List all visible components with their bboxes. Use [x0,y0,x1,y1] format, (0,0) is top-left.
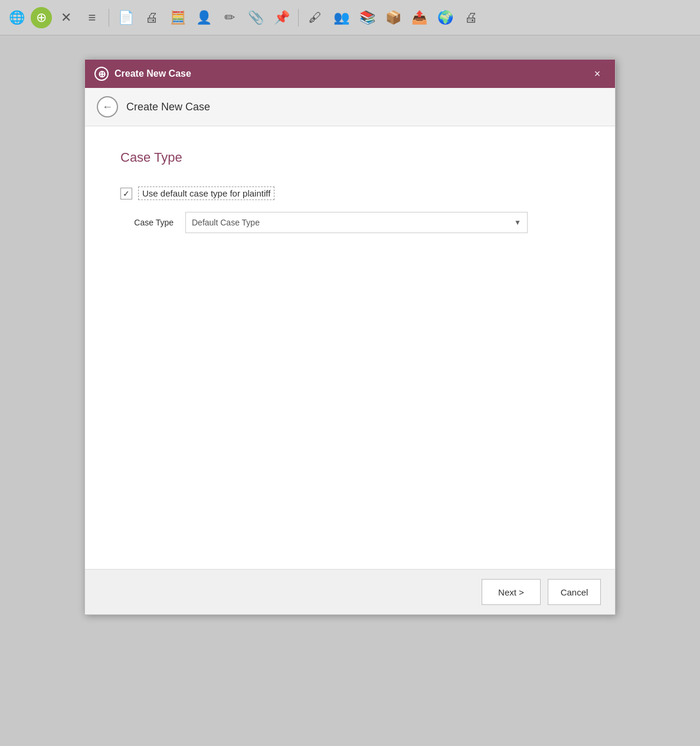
document-icon[interactable]: 📄 [114,6,138,30]
group-icon[interactable]: 👥 [329,6,353,30]
chevron-down-icon: ▼ [514,218,521,227]
default-case-type-row: Use default case type for plaintiff [120,186,580,200]
globe2-icon[interactable]: 🌍 [433,6,457,30]
next-button[interactable]: Next > [482,579,541,605]
calculator-icon[interactable]: 🧮 [166,6,189,30]
cancel-button[interactable]: Cancel [548,579,601,605]
dialog-close-button[interactable]: × [589,66,606,82]
dialog-titlebar: ⊕ Create New Case × [85,60,615,88]
printer-icon[interactable]: 🖨 [140,6,163,30]
list-icon[interactable]: ≡ [80,6,104,30]
main-area: ⊕ Create New Case × ← Create New Case Ca… [0,35,700,746]
create-case-dialog: ⊕ Create New Case × ← Create New Case Ca… [84,59,616,615]
pen-icon[interactable]: ✏ [218,6,241,30]
separator2 [298,9,299,27]
export-icon[interactable]: 📤 [407,6,431,30]
box-icon[interactable]: 📦 [381,6,405,30]
case-type-select[interactable]: Default Case Type ▼ [185,212,528,233]
pin-icon[interactable]: 📌 [270,6,293,30]
section-title: Case Type [120,150,580,165]
books-icon[interactable]: 📚 [355,6,379,30]
paperclip-icon[interactable]: 📎 [244,6,267,30]
dialog-body: Case Type Use default case type for plai… [85,126,615,569]
case-type-field-row: Case Type Default Case Type ▼ [120,212,580,233]
use-default-label: Use default case type for plaintiff [138,186,274,200]
globe-icon[interactable]: 🌐 [5,6,28,30]
use-default-checkbox[interactable] [120,188,132,199]
case-type-label: Case Type [120,218,174,227]
add-icon[interactable]: ⊕ [31,7,52,28]
stamp-icon[interactable]: 🖋 [303,6,327,30]
print2-icon[interactable]: 🖨 [459,6,483,30]
person-icon[interactable]: 👤 [192,6,215,30]
case-type-value: Default Case Type [192,218,260,227]
toolbar: 🌐 ⊕ ✕ ≡ 📄 🖨 🧮 👤 ✏ 📎 📌 🖋 👥 📚 📦 📤 🌍 🖨 [0,0,700,35]
close-toolbar-icon[interactable]: ✕ [54,6,78,30]
back-button[interactable]: ← [97,96,118,117]
form-section: Use default case type for plaintiff Case… [120,186,580,233]
separator1 [109,9,109,27]
dialog-subheader: ← Create New Case [85,88,615,126]
dialog-title: Create New Case [115,68,583,79]
dialog-footer: Next > Cancel [85,569,615,614]
subheader-title: Create New Case [126,101,210,113]
dialog-titlebar-icon: ⊕ [94,67,109,81]
